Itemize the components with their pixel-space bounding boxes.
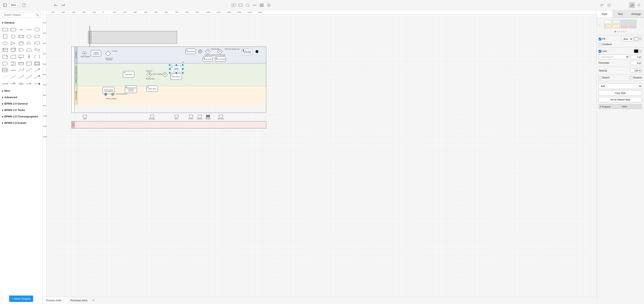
- shape-trapezoid[interactable]: [26, 47, 32, 53]
- style-swatch[interactable]: [621, 24, 628, 28]
- rect-tool-btn[interactable]: [238, 2, 244, 8]
- ellipse-tool-btn[interactable]: [245, 2, 250, 8]
- theme-toggle-btn[interactable]: [636, 2, 642, 8]
- task-send-invoice[interactable]: ✉Send invoice: [186, 49, 196, 54]
- more-shapes-button[interactable]: +More Shapes: [9, 296, 33, 302]
- line-style-select[interactable]: ────────: [598, 55, 629, 59]
- pool-client[interactable]: Client: [72, 121, 266, 128]
- fill-mode-select[interactable]: Auto: [621, 37, 633, 41]
- perimeter-input[interactable]: [630, 61, 642, 65]
- shape-solid-arrow[interactable]: [34, 74, 40, 80]
- category-bpmn-tasks[interactable]: ▸BPMN 2.0 Tasks: [0, 107, 42, 113]
- shape-bidir-arrow[interactable]: [26, 67, 32, 73]
- shape-triangle[interactable]: [10, 40, 16, 46]
- shape-arrow[interactable]: [34, 67, 40, 73]
- canvas[interactable]: Inventory management system Accounts Sal…: [46, 14, 596, 297]
- lane-warehouse[interactable]: Sales'R'us Warehouse: [74, 63, 266, 86]
- category-bpmn-general[interactable]: ▸BPMN 2.0 General: [0, 100, 42, 107]
- shape-curve[interactable]: [18, 67, 25, 73]
- style-swatch[interactable]: [612, 24, 620, 28]
- category-misc[interactable]: ▸Misc: [0, 88, 42, 94]
- tab-arrange[interactable]: Arrange: [628, 10, 644, 17]
- shape-circle[interactable]: [10, 33, 16, 39]
- shape-diamond[interactable]: [26, 33, 32, 39]
- redo-btn[interactable]: [60, 2, 66, 8]
- gradient-checkbox[interactable]: Gradient: [598, 43, 612, 46]
- event-boundary-2[interactable]: ⦿: [111, 93, 114, 96]
- task-send-receipt[interactable]: ✉Send receipt: [203, 56, 212, 61]
- insert-btn[interactable]: [266, 2, 272, 8]
- shape-ellipse[interactable]: [34, 27, 40, 33]
- style-swatch[interactable]: [629, 20, 636, 24]
- task-update-inventory[interactable]: ✉Update inventory: [170, 66, 182, 72]
- shape-cylinder[interactable]: [18, 40, 25, 46]
- shape-step[interactable]: [18, 47, 25, 53]
- opacity-input[interactable]: [630, 68, 642, 73]
- shape-internal-storage[interactable]: [2, 47, 9, 53]
- shape-connector-2[interactable]: label: [10, 81, 16, 87]
- tab-process-order[interactable]: Process order ⌃: [43, 297, 68, 304]
- tab-purchase-stock[interactable]: Purchase stock: [68, 297, 90, 304]
- edit-style-select[interactable]: Edit: [598, 83, 642, 89]
- freehand-tool-btn[interactable]: [252, 2, 258, 8]
- shape-frame[interactable]: [34, 60, 40, 66]
- task-send-parcel[interactable]: ✉Send parcel: [170, 73, 182, 80]
- sketch-checkbox[interactable]: Sketch: [598, 76, 610, 79]
- shape-bidir-line[interactable]: [26, 74, 32, 80]
- share-btn[interactable]: [599, 2, 605, 8]
- shape-container[interactable]: [26, 60, 32, 66]
- task-initiate-legal[interactable]: 👤Initiate legal proceedings: [242, 49, 253, 55]
- shape-or[interactable]: [2, 60, 9, 66]
- task-update-product-list[interactable]: ✉Update product list and inventory: [125, 85, 137, 93]
- table-tool-btn[interactable]: [259, 2, 264, 8]
- category-bpmn-choreo[interactable]: ▸BPMN 2.0 Choreographies: [0, 113, 42, 120]
- msg-reminder[interactable]: [219, 115, 223, 117]
- line-width-input[interactable]: [630, 55, 642, 59]
- shape-hexagon[interactable]: [2, 40, 9, 46]
- msg-payment[interactable]: [198, 115, 202, 117]
- task-inform-client[interactable]: ✉Inform client: [146, 85, 158, 92]
- event-boundary-1[interactable]: 👤: [104, 93, 107, 96]
- shape-cube[interactable]: [10, 47, 16, 53]
- style-swatch[interactable]: [604, 20, 612, 24]
- shape-line-arrow[interactable]: [18, 74, 25, 80]
- shape-text[interactable]: Text: [18, 27, 25, 33]
- shape-brackets[interactable]: [34, 54, 40, 60]
- shape-list[interactable]: [2, 67, 9, 73]
- category-advanced[interactable]: ▸Advanced: [0, 94, 42, 100]
- shape-heading[interactable]: Heading: [26, 27, 32, 33]
- format-panel-btn[interactable]: [629, 2, 635, 8]
- comments-btn[interactable]: [606, 2, 612, 8]
- style-swatch[interactable]: [621, 20, 628, 24]
- shape-line[interactable]: [10, 74, 16, 80]
- shape-connector-5[interactable]: [34, 81, 40, 87]
- task-pack-items[interactable]: ✉Pack items: [123, 71, 134, 78]
- new-page-btn[interactable]: [21, 2, 27, 8]
- add-page-btn[interactable]: +: [90, 297, 96, 304]
- style-swatch[interactable]: [612, 20, 620, 24]
- msg-receipt[interactable]: [206, 115, 210, 117]
- shape-connector-1[interactable]: [2, 81, 9, 87]
- shape-rect[interactable]: [2, 27, 9, 33]
- shape-document[interactable]: [34, 40, 40, 46]
- task-check-availability[interactable]: Check availability: [91, 50, 101, 56]
- shape-connector-3[interactable]: [18, 81, 25, 87]
- toggle-sidebar-btn[interactable]: [2, 2, 8, 8]
- shape-data-store[interactable]: [18, 60, 25, 66]
- shadow-checkbox[interactable]: Shadow: [630, 76, 642, 79]
- copy-style-button[interactable]: Copy Style: [598, 90, 642, 96]
- pool-main[interactable]: Accounts Sales'R'us Warehouse Purchasing: [72, 47, 266, 113]
- line-color-picker[interactable]: ✎: [634, 49, 642, 53]
- msg-message[interactable]: [150, 115, 154, 117]
- shape-card[interactable]: [10, 54, 16, 60]
- category-bpmn-events[interactable]: ▸BPMN 2.0 Events: [0, 120, 42, 126]
- set-default-style-button[interactable]: Set as Default Style: [598, 97, 642, 102]
- shape-square[interactable]: [2, 33, 9, 39]
- msg-items[interactable]: [175, 115, 178, 117]
- text-tool-btn[interactable]: A: [230, 2, 236, 8]
- shape-parallelogram[interactable]: [34, 33, 40, 39]
- shape-list-item[interactable]: List item: [10, 67, 16, 73]
- pool-inventory-mgmt[interactable]: Inventory management system: [88, 31, 177, 43]
- shape-process[interactable]: [18, 33, 25, 39]
- shape-callout[interactable]: [18, 54, 25, 60]
